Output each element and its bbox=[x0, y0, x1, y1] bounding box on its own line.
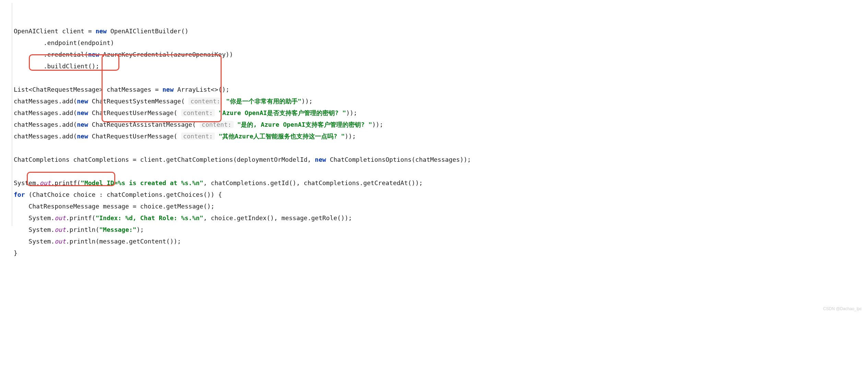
code-line-17: System.out.printf("Index: %d, Chat Role:… bbox=[14, 214, 352, 222]
code-line-9: chatMessages.add(new ChatRequestAssistan… bbox=[14, 121, 383, 128]
code-line-2: .endpoint(endpoint) bbox=[14, 39, 114, 46]
code-editor: OpenAIClient client = new OpenAIClientBu… bbox=[0, 0, 868, 313]
code-line-3: .credential(new AzureKeyCredential(azure… bbox=[14, 51, 233, 58]
editor-gutter bbox=[12, 3, 12, 226]
code-line-15: for (ChatChoice choice : chatCompletions… bbox=[14, 191, 222, 198]
param-hint: content: bbox=[200, 121, 234, 128]
param-hint: content: bbox=[181, 133, 215, 140]
param-hint: content: bbox=[188, 98, 222, 105]
code-line-7: chatMessages.add(new ChatRequestSystemMe… bbox=[14, 98, 313, 105]
code-line-16: ChatResponseMessage message = choice.get… bbox=[14, 203, 214, 210]
code-line-8: chatMessages.add(new ChatRequestUserMess… bbox=[14, 109, 357, 116]
code-line-14: System.out.printf("Model ID=%s is create… bbox=[14, 179, 423, 186]
code-line-12: ChatCompletions chatCompletions = client… bbox=[14, 156, 471, 163]
code-line-4: .buildClient(); bbox=[14, 63, 99, 70]
code-line-1: OpenAIClient client = new OpenAIClientBu… bbox=[14, 27, 188, 35]
code-line-10: chatMessages.add(new ChatRequestUserMess… bbox=[14, 133, 356, 140]
code-line-20: } bbox=[14, 249, 17, 257]
code-line-18: System.out.println("Message:"); bbox=[14, 226, 144, 233]
code-line-6: List<ChatRequestMessage> chatMessages = … bbox=[14, 86, 230, 93]
watermark: CSDN @Dachao_lpc bbox=[823, 306, 862, 311]
param-hint: content: bbox=[181, 109, 215, 116]
code-line-19: System.out.println(message.getContent())… bbox=[14, 238, 181, 245]
